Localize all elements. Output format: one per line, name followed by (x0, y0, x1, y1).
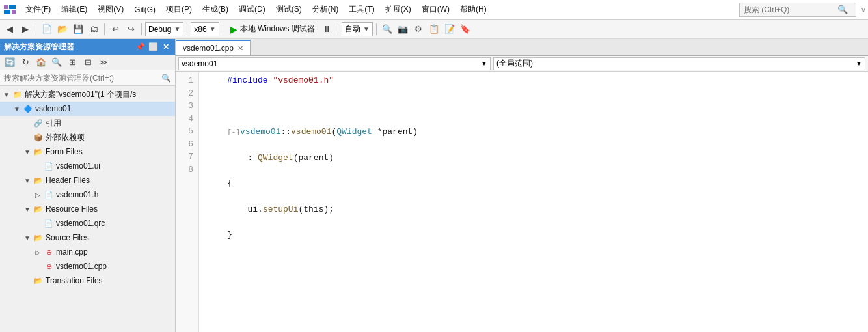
toolbar-sep-5 (223, 23, 223, 35)
form-icon: 📂 (33, 146, 44, 157)
h-arrow: ▷ (34, 191, 42, 199)
tb-btn-6[interactable]: 🔖 (458, 22, 472, 36)
menu-git[interactable]: Git(G) (129, 3, 160, 16)
tree-vsdemo01-qrc[interactable]: 📄 vsdemo01.qrc (0, 216, 175, 230)
menu-analyze[interactable]: 分析(N) (308, 2, 344, 17)
tr-label: Translation Files (46, 276, 103, 285)
menu-extensions[interactable]: 扩展(X) (381, 2, 416, 17)
menu-edit[interactable]: 编辑(E) (57, 2, 92, 17)
project-icon: 🔷 (23, 104, 33, 114)
menu-bar: 文件(F) 编辑(E) 视图(V) Git(G) 项目(P) 生成(B) 调试(… (0, 0, 868, 20)
vs-logo-icon (3, 3, 17, 17)
res-icon: 📂 (33, 204, 44, 214)
auto-arrow: ▼ (363, 25, 370, 33)
tab-close-button[interactable]: ✕ (237, 44, 243, 53)
tb-btn-5[interactable]: 📝 (442, 22, 457, 36)
tree-translation-files[interactable]: 📂 Translation Files (0, 273, 175, 288)
redo-button[interactable]: ↪ (124, 22, 138, 36)
sb-expand-button[interactable]: ⊞ (65, 55, 79, 70)
sidebar-header: 解决方案资源管理器 📌 ⬜ ✕ (0, 39, 175, 55)
open-button[interactable]: 📂 (55, 22, 70, 36)
sb-collapse-button[interactable]: ⊟ (81, 55, 95, 70)
menu-help[interactable]: 帮助(H) (455, 2, 491, 17)
src-label: Source Files (46, 233, 89, 242)
sb-refresh-button[interactable]: ↻ (18, 55, 33, 70)
tree-form-files[interactable]: ▼ 📂 Form Files (0, 145, 175, 159)
pause-button[interactable]: ⏸ (320, 22, 334, 36)
save-all-button[interactable]: 🗂 (87, 22, 101, 36)
tb-btn-3[interactable]: ⚙ (411, 22, 426, 36)
menu-window[interactable]: 窗口(W) (417, 2, 454, 17)
tree-extern-deps[interactable]: 📦 外部依赖项 (0, 130, 175, 145)
tree-source-files[interactable]: ▼ 📂 Source Files (0, 230, 175, 245)
sidebar-search[interactable]: 🔍 (0, 70, 175, 86)
new-file-button[interactable]: 📄 (40, 22, 54, 36)
tree-project[interactable]: ▼ 🔷 vsdemo01 (0, 102, 175, 116)
auto-dropdown[interactable]: 自动 ▼ (342, 22, 373, 36)
nav-member-dropdown[interactable]: (全局范围) ▼ (493, 57, 865, 70)
sb-home-button[interactable]: 🏠 (34, 55, 48, 70)
arch-dropdown[interactable]: x86 ▼ (191, 22, 219, 36)
back-button[interactable]: ◀ (3, 22, 17, 36)
save-button[interactable]: 💾 (71, 22, 85, 36)
debug-config-dropdown[interactable]: Debug ▼ (145, 22, 183, 36)
tree-vsdemo01-ui[interactable]: 📄 vsdemo01.ui (0, 159, 175, 173)
menu-view[interactable]: 视图(V) (93, 2, 128, 17)
toolbar-sep-1 (36, 23, 36, 35)
tr-icon: 📂 (33, 275, 44, 286)
nav-class-dropdown[interactable]: vsdemo01 ▼ (178, 57, 491, 70)
sidebar-pin-button[interactable]: 📌 (135, 42, 145, 52)
menu-tools[interactable]: 工具(T) (344, 2, 379, 17)
main-icon: ⊕ (44, 247, 54, 257)
nav-class-arrow: ▼ (481, 60, 487, 67)
sidebar-search-icon: 🔍 (161, 74, 171, 83)
qrc-icon: 📄 (44, 218, 54, 228)
undo-button[interactable]: ↩ (108, 22, 122, 36)
hdr-icon: 📂 (33, 175, 44, 186)
menu-test[interactable]: 测试(S) (271, 2, 306, 17)
menu-debug[interactable]: 调试(D) (234, 2, 270, 17)
sidebar-title: 解决方案资源管理器 (4, 42, 132, 53)
tree-vsdemo01-cpp[interactable]: ⊕ vsdemo01.cpp (0, 259, 175, 273)
main-label: main.cpp (56, 247, 88, 256)
tree-solution[interactable]: ▼ 📁 解决方案"vsdemo01"(1 个项目/s (0, 87, 175, 102)
hdr-label: Header Files (46, 176, 90, 185)
res-label: Resource Files (46, 204, 98, 214)
tree-main-cpp[interactable]: ▷ ⊕ main.cpp (0, 245, 175, 259)
editor-tabs: vsdemo01.cpp ✕ (176, 39, 868, 56)
screenshot-button[interactable]: 📷 (396, 22, 410, 36)
res-arrow: ▼ (23, 206, 31, 213)
tree-resource-files[interactable]: ▼ 📂 Resource Files (0, 202, 175, 216)
global-search-box[interactable]: 🔍 (739, 3, 856, 17)
nav-member-label: (全局范围) (496, 58, 533, 69)
sidebar-float-button[interactable]: ⬜ (148, 42, 158, 52)
code-content[interactable]: #include "vsdemo01.h" [-]vsdemo01::vsdem… (199, 72, 868, 332)
menu-project[interactable]: 项目(P) (161, 2, 197, 17)
solution-icon: 📁 (12, 89, 23, 100)
sidebar-close-button[interactable]: ✕ (161, 42, 171, 52)
run-button[interactable]: ▶ 本地 Windows 调试器 (226, 22, 319, 36)
ui-label: vsdemo01.ui (56, 161, 100, 171)
menu-file[interactable]: 文件(F) (21, 2, 55, 17)
svg-rect-0 (4, 5, 8, 9)
editor-nav-bar: vsdemo01 ▼ (全局范围) ▼ (176, 56, 868, 72)
cpp-icon: ⊕ (44, 261, 54, 271)
tree-vsdemo01-h[interactable]: ▷ 📄 vsdemo01.h (0, 187, 175, 202)
properties-button[interactable]: 🔍 (380, 22, 394, 36)
solution-arrow: ▼ (3, 91, 10, 98)
sb-filter-button[interactable]: 🔍 (49, 55, 64, 70)
tree-references[interactable]: 🔗 引用 (0, 116, 175, 130)
sb-sync-button[interactable]: 🔄 (3, 55, 17, 70)
tree-header-files[interactable]: ▼ 📂 Header Files (0, 173, 175, 187)
sidebar-search-input[interactable] (4, 74, 159, 83)
global-search-input[interactable] (744, 5, 835, 14)
editor-area: vsdemo01.cpp ✕ vsdemo01 ▼ (全局范围) ▼ 1 2 3… (176, 39, 868, 332)
sb-more-button[interactable]: ≫ (96, 55, 111, 70)
menu-build[interactable]: 生成(B) (198, 2, 233, 17)
tb-btn-4[interactable]: 📋 (427, 22, 441, 36)
forward-button[interactable]: ▶ (18, 22, 33, 36)
qrc-label: vsdemo01.qrc (56, 219, 105, 228)
editor-tab-vsdemo01-cpp[interactable]: vsdemo01.cpp ✕ (176, 40, 251, 55)
main-arrow: ▷ (34, 249, 42, 256)
debug-config-arrow: ▼ (174, 25, 180, 33)
